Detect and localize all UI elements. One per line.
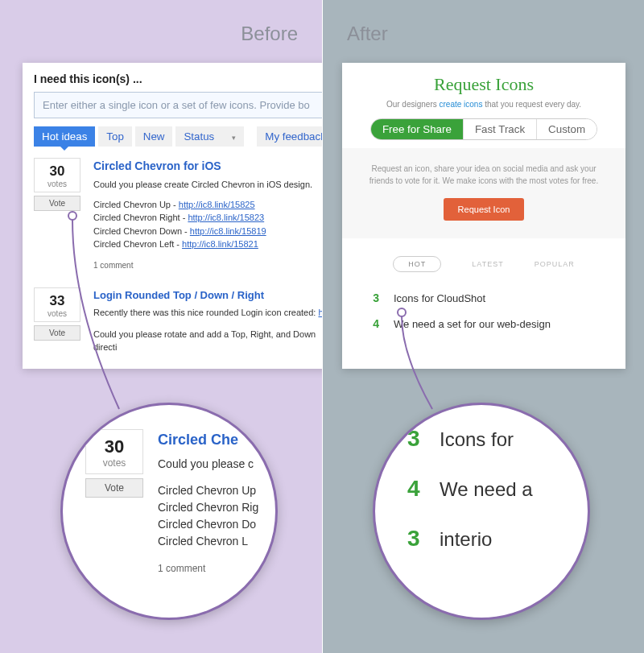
zoom-list-num: 4 bbox=[407, 476, 440, 502]
list-text: We need a set for our web-design bbox=[394, 318, 551, 330]
idea-comment[interactable]: 1 comment bbox=[93, 259, 312, 271]
zoom-list-num: 3 bbox=[407, 526, 440, 552]
vote-word: votes bbox=[35, 309, 80, 318]
zoom-list-item[interactable]: 3 interio bbox=[407, 526, 590, 552]
zoom-idea-desc: Could you please c bbox=[158, 456, 258, 473]
after-pane: After Request Icons Our designers create… bbox=[322, 0, 644, 653]
after-middle-text: Request an icon, share your idea on soci… bbox=[366, 163, 601, 187]
vote-word: votes bbox=[35, 180, 80, 188]
vote-button[interactable]: Vote bbox=[34, 325, 80, 341]
zoom-list-text: interio bbox=[440, 528, 492, 551]
list-num: 4 bbox=[358, 317, 394, 330]
list-item[interactable]: 4 We need a set for our web-design bbox=[358, 311, 609, 337]
zoom-line: Circled Chevron Up bbox=[158, 482, 258, 499]
vote-box: 33 votes Vote bbox=[34, 287, 80, 354]
zoom-vote-word: votes bbox=[86, 457, 142, 469]
idea-desc2: Could you please rotate and add a Top, R… bbox=[93, 328, 341, 354]
after-card: Request Icons Our designers create icons… bbox=[342, 63, 625, 369]
idea-title[interactable]: Login Rounded Top / Down / Right bbox=[93, 287, 341, 304]
vote-box: 30 votes Vote bbox=[34, 158, 80, 271]
pill-custom[interactable]: Custom bbox=[536, 119, 597, 139]
zoom-before: 30 votes Vote Circled Che Could you plea… bbox=[60, 403, 278, 620]
after-title: Request Icons bbox=[350, 74, 617, 95]
zoom-line: Circled Chevron L bbox=[158, 533, 258, 550]
zoom-vote-button[interactable]: Vote bbox=[85, 478, 143, 498]
idea-link[interactable]: http://ic8.link/15823 bbox=[188, 213, 264, 222]
zoom-idea-title[interactable]: Circled Che bbox=[158, 429, 258, 451]
before-label: Before bbox=[241, 23, 298, 45]
after-label: After bbox=[347, 23, 388, 45]
tab-popular[interactable]: POPULAR bbox=[535, 256, 575, 272]
zoom-line: Circled Chevron Do bbox=[158, 516, 258, 533]
zoom-list-item[interactable]: 3 Icons for bbox=[407, 426, 590, 452]
pill-fast-track[interactable]: Fast Track bbox=[463, 119, 536, 139]
before-heading: I need this icon(s) ... bbox=[34, 72, 341, 85]
idea-link[interactable]: http://ic8.link/15821 bbox=[182, 239, 258, 249]
zoom-list-text: We need a bbox=[440, 478, 533, 501]
idea-desc: Could you please create Circled Chevron … bbox=[93, 178, 312, 192]
vote-count: 33 bbox=[35, 293, 80, 309]
before-card: I need this icon(s) ... Enter either a s… bbox=[23, 63, 353, 369]
zoom-after: 3 Icons for 4 We need a 3 interio bbox=[373, 403, 590, 620]
zoom-comment[interactable]: 1 comment bbox=[158, 561, 258, 576]
zoom-list-num: 3 bbox=[407, 426, 440, 452]
list-text: Icons for CloudShot bbox=[394, 292, 485, 304]
idea-link[interactable]: http://ic8.link/15825 bbox=[179, 200, 255, 209]
idea-links: Circled Chevron Up - http://ic8.link/158… bbox=[93, 198, 312, 251]
create-icons-link[interactable]: create icons bbox=[440, 100, 483, 109]
pill-tabs: Free for Share Fast Track Custom bbox=[370, 118, 597, 140]
idea-link[interactable]: http://ic8.link/15819 bbox=[190, 226, 266, 236]
tab-hot[interactable]: HOT bbox=[393, 256, 441, 272]
idea-desc: Recently there was this nice rounded Log… bbox=[93, 306, 341, 320]
tab-latest[interactable]: LATEST bbox=[472, 256, 503, 272]
zoom-list-item[interactable]: 4 We need a bbox=[407, 476, 590, 502]
idea-row: 30 votes Vote Circled Chevron for iOS Co… bbox=[34, 158, 341, 271]
zoom-line: Circled Chevron Rig bbox=[158, 499, 258, 516]
after-tabs: HOT LATEST POPULAR bbox=[342, 238, 625, 285]
list-item[interactable]: 3 Icons for CloudShot bbox=[358, 285, 609, 311]
tab-top[interactable]: Top bbox=[98, 126, 132, 147]
vote-button[interactable]: Vote bbox=[34, 196, 80, 211]
zoom-vote-count: 30 bbox=[86, 436, 142, 457]
tab-hot-ideas[interactable]: Hot ideas bbox=[34, 126, 95, 147]
tab-status[interactable]: Status bbox=[175, 126, 244, 147]
vote-count: 30 bbox=[35, 163, 80, 180]
request-icon-button[interactable]: Request Icon bbox=[444, 198, 525, 221]
after-subtitle: Our designers create icons that you requ… bbox=[350, 100, 617, 109]
tab-new[interactable]: New bbox=[135, 126, 173, 147]
idea-row: 33 votes Vote Login Rounded Top / Down /… bbox=[34, 287, 341, 354]
after-list: 3 Icons for CloudShot 4 We need a set fo… bbox=[342, 285, 625, 337]
pill-free[interactable]: Free for Share bbox=[371, 119, 463, 139]
idea-title[interactable]: Circled Chevron for iOS bbox=[93, 158, 312, 175]
before-pane: Before I need this icon(s) ... Enter eit… bbox=[0, 0, 322, 653]
before-input[interactable]: Enter either a single icon or a set of f… bbox=[34, 92, 341, 118]
list-num: 3 bbox=[358, 291, 394, 304]
before-tabs: Hot ideas Top New Status My feedback bbox=[34, 126, 341, 147]
zoom-list-text: Icons for bbox=[440, 428, 514, 451]
after-middle: Request an icon, share your idea on soci… bbox=[342, 148, 625, 238]
